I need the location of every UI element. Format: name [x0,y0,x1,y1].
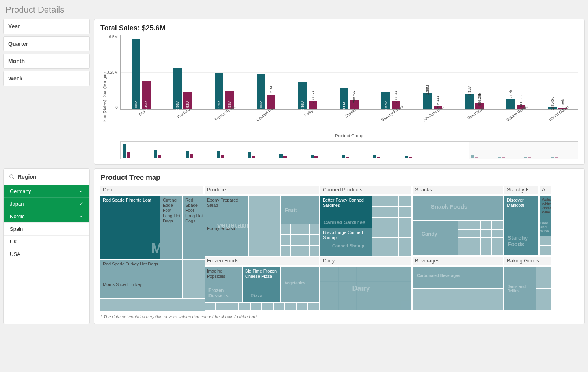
region-filter-card: Region Germany✓Japan✓Nordic✓SpainUKUSA [3,168,90,324]
check-icon: ✓ [80,214,83,219]
tm-cell[interactable]: Jams and Jellies [504,267,536,310]
region-item[interactable]: Nordic✓ [4,210,89,222]
tm-cell[interactable]: Moms Sliced Turkey [100,280,182,298]
tm-cell[interactable]: Cutting Edge Foot-Long Hot Dogs [160,196,182,259]
tm-header-beverages[interactable]: Beverages [413,257,503,265]
tm-cell[interactable]: Red Spade Foot-Long Hot Dogs [183,196,205,259]
bar[interactable]: 1.36M [423,93,432,109]
bar-chart-plot[interactable]: 6.08M2.45M3.58M1.52M3.12M1.59M3.06M1.27M… [120,35,578,110]
chart-title: Total Sales: $25.6M [100,24,578,32]
region-item[interactable]: Germany✓ [4,185,89,197]
filter-month[interactable]: Month [3,54,90,69]
tm-header-dairy[interactable]: Dairy [320,257,411,265]
tm-cell[interactable]: Ebony SquashVegetables [205,224,248,256]
y-axis-ticks: 6.5M 3.25M 0 [107,35,120,110]
treemap-card: Product Tree map Deli Produce Canned Pro… [94,168,585,324]
tm-cell[interactable]: Imagine PopsiclesFrozen Desserts [205,267,242,302]
tm-header-deli[interactable]: Deli [100,186,203,194]
tm-cell[interactable]: Discover Manicotti Starchy Foods [504,196,538,255]
tm-header-canned[interactable]: Canned Products [320,186,411,194]
region-header[interactable]: Region [4,169,89,185]
filter-panel: Year Quarter Month Week [3,19,90,165]
region-label: Region [18,174,36,180]
bar[interactable]: 3.06M [257,74,265,109]
bar[interactable]: 6.08M [132,39,140,109]
tm-cell[interactable] [183,280,205,298]
filter-year[interactable]: Year [3,19,90,34]
tm-cell[interactable] [249,196,280,224]
tm-cell[interactable]: Vegetables [281,267,319,302]
filter-quarter[interactable]: Quarter [3,36,90,51]
tm-header-starchy[interactable]: Starchy Fo… [504,186,538,194]
treemap-footnote: * The data set contains negative or zero… [100,314,578,319]
bar[interactable]: 186.49k [548,107,557,109]
bar[interactable]: 2.39M [298,82,307,109]
tm-cell[interactable] [249,224,280,256]
total-sales-chart-card: Total Sales: $25.6M Sum(Sales), Sum(Marg… [94,19,585,165]
region-list: Germany✓Japan✓Nordic✓SpainUKUSA [4,185,89,260]
tm-cell[interactable]: Red Spade Turkey Hot Dogs [100,260,182,280]
region-item[interactable]: UK [4,235,89,248]
treemap-title: Product Tree map [100,174,578,182]
tm-header-alcoholic[interactable]: Alcoholic… [540,186,551,194]
bar[interactable]: 3.58M [173,68,182,109]
overview-scroller[interactable] [120,141,578,159]
tm-cell[interactable]: Carbonated Beverages [413,267,503,288]
tm-cell[interactable]: Fruit [281,196,319,224]
tm-cell[interactable]: Candy [413,221,458,255]
y-axis-label: Sum(Sales), Sum(Margin) [100,35,107,159]
filter-week[interactable]: Week [3,71,90,86]
svg-point-0 [10,175,13,178]
tm-header-baking[interactable]: Baking Goods [504,257,551,265]
check-icon: ✓ [80,201,83,206]
page-title: Product Details [6,5,585,15]
tm-header-produce[interactable]: Produce [205,186,319,194]
search-icon [9,174,15,179]
tm-cell[interactable] [183,260,205,280]
tm-cell[interactable]: Big Time Frozen Cheese PizzaPizza [243,267,280,302]
check-icon: ✓ [80,189,83,194]
x-axis-labels: DeliProduceFrozen FoodsCanned Pro…DairyS… [120,111,578,131]
region-item[interactable]: Spain [4,222,89,235]
tm-cell[interactable]: Walrus White Zinfandel WineBeer and Wine [540,196,551,236]
region-item[interactable]: Japan✓ [4,197,89,210]
tm-cell[interactable]: Dairy [320,267,411,310]
tm-header-frozen[interactable]: Frozen Foods [205,257,319,265]
tm-cell[interactable]: Bravo Large Canned ShrimpCanned Shrimp [320,228,372,256]
tm-cell[interactable]: Ebony Prepared Salad [205,196,248,224]
bar[interactable]: 3.12M [215,73,223,109]
svg-line-1 [13,178,14,179]
tm-cell[interactable]: Red Spade Pimento Loaf Meat [100,196,160,259]
tm-cell[interactable]: Snack Foods [413,196,503,220]
bar[interactable]: 1.31M [465,94,474,109]
region-item[interactable]: USA [4,248,89,260]
tm-cell[interactable] [100,299,205,311]
bar[interactable]: 921.8k [506,99,515,109]
treemap-plot[interactable]: Deli Produce Canned Products Snacks Star… [100,186,578,310]
bar[interactable]: 1.8M [340,88,348,109]
tm-header-snacks[interactable]: Snacks [413,186,503,194]
tm-cell[interactable]: Better Fancy Canned SardinesCanned Sardi… [320,196,372,228]
bar[interactable]: 1.52M [381,92,390,109]
